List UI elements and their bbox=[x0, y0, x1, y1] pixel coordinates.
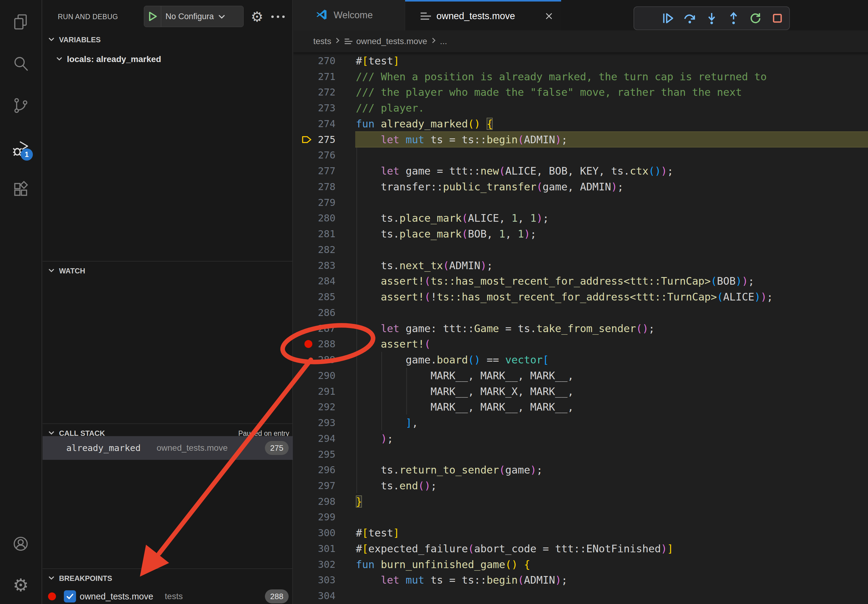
breakpoint-list-item[interactable]: owned_tests.move tests 288 bbox=[43, 588, 293, 604]
code-line-293[interactable]: 293 ], bbox=[293, 415, 868, 431]
settings-gear-icon[interactable]: ⚙ bbox=[0, 568, 41, 602]
run-and-debug-icon[interactable]: 1 bbox=[0, 132, 41, 166]
code-text[interactable]: fun already_marked() { bbox=[356, 116, 493, 132]
code-line-271[interactable]: 271/// When a position is already marked… bbox=[293, 69, 868, 85]
debug-restart-button[interactable] bbox=[749, 11, 763, 26]
code-text[interactable]: let mut ts = ts::begin(ADMIN); bbox=[356, 572, 567, 588]
line-number[interactable]: 282 bbox=[299, 242, 335, 258]
code-text[interactable]: let mut ts = ts::begin(ADMIN); bbox=[356, 132, 567, 147]
code-line-287[interactable]: 287 let game: ttt::Game = ts.take_from_s… bbox=[293, 321, 868, 336]
line-number[interactable]: 292 bbox=[299, 399, 335, 415]
code-line-282[interactable]: 282 bbox=[293, 242, 868, 258]
code-text[interactable]: ); bbox=[356, 431, 393, 446]
line-number[interactable]: 281 bbox=[299, 226, 335, 242]
code-line-279[interactable]: 279 bbox=[293, 195, 868, 211]
code-line-270[interactable]: 270#[test] bbox=[293, 53, 868, 69]
code-text[interactable]: game.board() == vector[ bbox=[356, 352, 549, 368]
code-text[interactable]: transfer::public_transfer(game, ADMIN); bbox=[356, 179, 623, 195]
code-text[interactable]: ], bbox=[356, 415, 418, 431]
toolbar-drag-grip[interactable] bbox=[639, 11, 653, 26]
line-number[interactable]: 271 bbox=[299, 69, 335, 85]
call-stack-frame-row[interactable]: already_marked owned_tests.move 275 bbox=[43, 436, 293, 460]
debug-continue-button[interactable] bbox=[661, 11, 675, 26]
line-number[interactable]: 298 bbox=[299, 494, 335, 510]
code-line-288[interactable]: 288 assert!( bbox=[293, 336, 868, 352]
code-line-281[interactable]: 281 ts.place_mark(BOB, 1, 1); bbox=[293, 226, 868, 242]
line-number[interactable]: 290 bbox=[299, 368, 335, 384]
line-number[interactable]: 297 bbox=[299, 478, 335, 494]
line-number[interactable]: 275 bbox=[299, 132, 335, 147]
breadcrumb-item-tests[interactable]: tests bbox=[313, 37, 331, 46]
line-number[interactable]: 287 bbox=[299, 321, 335, 336]
account-icon[interactable] bbox=[0, 527, 41, 561]
code-text[interactable]: MARK__, MARK__, MARK__, bbox=[356, 399, 574, 415]
tab-owned-tests-move[interactable]: owned_tests.move bbox=[405, 0, 561, 30]
code-line-272[interactable]: 272/// the player who made the "false" m… bbox=[293, 84, 868, 100]
line-number[interactable]: 294 bbox=[299, 431, 335, 446]
line-number[interactable]: 285 bbox=[299, 289, 335, 305]
code-text[interactable]: ts.return_to_sender(game); bbox=[356, 462, 542, 478]
line-number[interactable]: 274 bbox=[299, 116, 335, 132]
code-text[interactable]: MARK__, MARK_X, MARK__, bbox=[356, 384, 574, 399]
code-line-297[interactable]: 297 ts.end(); bbox=[293, 478, 868, 494]
code-line-301[interactable]: 301#[expected_failure(abort_code = ttt::… bbox=[293, 541, 868, 556]
line-number[interactable]: 270 bbox=[299, 53, 335, 69]
code-text[interactable]: assert!( bbox=[356, 336, 431, 352]
code-line-300[interactable]: 300#[test] bbox=[293, 525, 868, 541]
line-number[interactable]: 286 bbox=[299, 305, 335, 321]
code-line-273[interactable]: 273/// player. bbox=[293, 100, 868, 116]
code-line-302[interactable]: 302fun burn_unfinished_game() { bbox=[293, 556, 868, 572]
watch-section-header[interactable]: WATCH bbox=[43, 262, 293, 280]
line-number[interactable]: 289 bbox=[299, 352, 335, 368]
line-number[interactable]: 283 bbox=[299, 258, 335, 273]
code-text[interactable]: assert!(ts::has_most_recent_for_address<… bbox=[356, 273, 754, 289]
code-line-276[interactable]: 276 bbox=[293, 147, 868, 163]
variables-locals-row[interactable]: locals: already_marked bbox=[43, 50, 293, 69]
code-line-303[interactable]: 303 let mut ts = ts::begin(ADMIN); bbox=[293, 572, 868, 588]
code-text[interactable]: /// the player who made the "false" move… bbox=[356, 84, 742, 100]
variables-section-header[interactable]: VARIABLES bbox=[43, 30, 293, 49]
code-line-298[interactable]: 298} bbox=[293, 494, 868, 510]
line-number[interactable]: 272 bbox=[299, 84, 335, 100]
tab-welcome[interactable]: Welcome bbox=[293, 0, 405, 30]
line-number[interactable]: 303 bbox=[299, 572, 335, 588]
code-line-292[interactable]: 292 MARK__, MARK__, MARK__, bbox=[293, 399, 868, 415]
line-number[interactable]: 291 bbox=[299, 384, 335, 399]
code-text[interactable]: #[expected_failure(abort_code = ttt::ENo… bbox=[356, 541, 673, 556]
debug-stop-button[interactable] bbox=[770, 11, 784, 26]
code-line-275[interactable]: 275 let mut ts = ts::begin(ADMIN); bbox=[293, 132, 868, 147]
code-line-283[interactable]: 283 ts.next_tx(ADMIN); bbox=[293, 258, 868, 273]
code-text[interactable]: ts.next_tx(ADMIN); bbox=[356, 258, 493, 273]
line-number[interactable]: 276 bbox=[299, 147, 335, 163]
line-number[interactable]: 273 bbox=[299, 100, 335, 116]
code-line-290[interactable]: 290 MARK__, MARK__, MARK__, bbox=[293, 368, 868, 384]
line-number[interactable]: 280 bbox=[299, 210, 335, 226]
code-line-299[interactable]: 299 bbox=[293, 509, 868, 525]
more-actions-icon[interactable] bbox=[269, 0, 287, 34]
code-text[interactable]: ts.place_mark(BOB, 1, 1); bbox=[356, 226, 536, 242]
code-line-277[interactable]: 277 let game = ttt::new(ALICE, BOB, KEY,… bbox=[293, 163, 868, 179]
code-line-280[interactable]: 280 ts.place_mark(ALICE, 1, 1); bbox=[293, 210, 868, 226]
code-text[interactable]: let game: ttt::Game = ts.take_from_sende… bbox=[356, 321, 655, 336]
code-line-285[interactable]: 285 assert!(!ts::has_most_recent_for_add… bbox=[293, 289, 868, 305]
line-number[interactable]: 300 bbox=[299, 525, 335, 541]
code-line-295[interactable]: 295 bbox=[293, 446, 868, 462]
code-line-278[interactable]: 278 transfer::public_transfer(game, ADMI… bbox=[293, 179, 868, 195]
line-number[interactable]: 295 bbox=[299, 446, 335, 462]
code-line-296[interactable]: 296 ts.return_to_sender(game); bbox=[293, 462, 868, 478]
code-text[interactable]: #[test] bbox=[356, 525, 399, 541]
extensions-icon[interactable] bbox=[0, 173, 41, 207]
code-text[interactable]: ts.place_mark(ALICE, 1, 1); bbox=[356, 210, 549, 226]
code-line-289[interactable]: 289 game.board() == vector[ bbox=[293, 352, 868, 368]
source-control-icon[interactable] bbox=[0, 88, 41, 122]
code-line-291[interactable]: 291 MARK__, MARK_X, MARK__, bbox=[293, 384, 868, 399]
close-tab-icon[interactable] bbox=[544, 11, 555, 22]
line-number[interactable]: 279 bbox=[299, 195, 335, 211]
code-text[interactable]: let game = ttt::new(ALICE, BOB, KEY, ts.… bbox=[356, 163, 673, 179]
line-number[interactable]: 302 bbox=[299, 556, 335, 572]
line-number[interactable]: 301 bbox=[299, 541, 335, 556]
code-line-286[interactable]: 286 bbox=[293, 305, 868, 321]
breakpoint-checkbox[interactable] bbox=[64, 590, 76, 602]
line-number[interactable]: 278 bbox=[299, 179, 335, 195]
code-text[interactable]: MARK__, MARK__, MARK__, bbox=[356, 368, 574, 384]
